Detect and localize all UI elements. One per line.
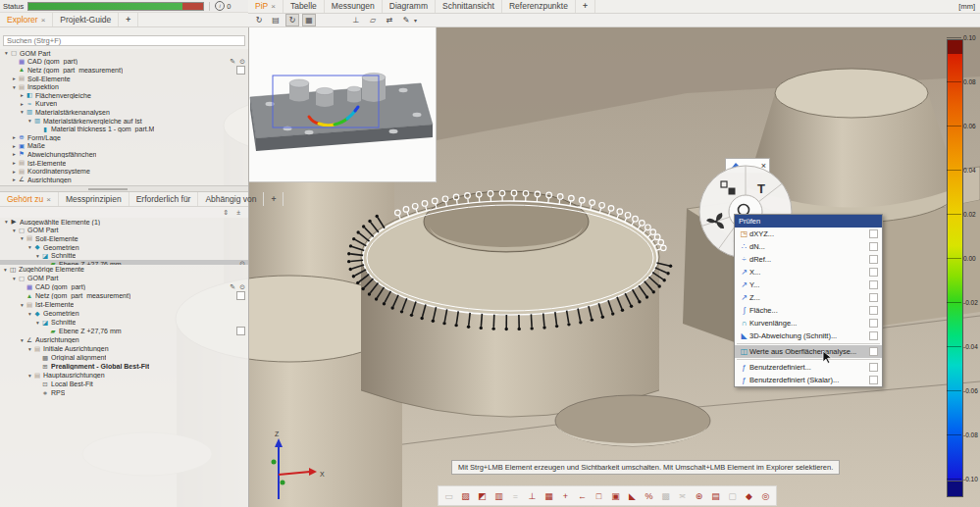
tree-item[interactable]: ▲Netz (gom_part_measurement): [0, 66, 248, 75]
tree-item[interactable]: ▾◆Geometrien: [0, 243, 248, 252]
tab-pip[interactable]: PiP×: [248, 0, 284, 13]
image-icon[interactable]: ▤: [269, 14, 283, 26]
tab-messprinzipien[interactable]: Messprinzipien: [59, 192, 129, 206]
pip-view[interactable]: [248, 26, 437, 182]
add-tab-button[interactable]: +: [576, 0, 595, 13]
tool-button-6[interactable]: ⊥: [525, 488, 540, 503]
tool-button-3[interactable]: ◩: [475, 488, 490, 503]
tab-explorer[interactable]: Explorer×: [0, 13, 53, 26]
tab-referenzpunkte[interactable]: Referenzpunkte: [502, 0, 576, 13]
edit-icon[interactable]: ✎: [230, 283, 235, 291]
mirror-icon[interactable]: ⇄: [383, 14, 396, 26]
tree-item[interactable]: ▾▶Ausgewählte Elemente (1): [0, 218, 248, 227]
expand-icon[interactable]: ▸: [19, 101, 26, 107]
tool-button-16[interactable]: ⊛: [692, 488, 706, 503]
radial-text-tool[interactable]: T: [757, 181, 765, 196]
tree-item[interactable]: ▾▤Soll-Elemente: [0, 234, 248, 243]
search-input[interactable]: [3, 35, 245, 46]
tab-schnittansicht[interactable]: Schnittansicht: [436, 0, 502, 13]
menu-item-checkbox[interactable]: [869, 268, 878, 277]
visibility-checkbox[interactable]: [236, 327, 245, 335]
chevron-down-icon[interactable]: ▾: [414, 17, 417, 24]
tab-abhängig-von[interactable]: Abhängig von: [198, 192, 264, 206]
collapse-icon[interactable]: ▾: [34, 320, 41, 326]
add-tab-button[interactable]: +: [119, 13, 138, 26]
tree-item[interactable]: ▸▣Maße: [0, 142, 248, 151]
tree-item[interactable]: ▾▢GOM Part: [0, 274, 248, 282]
menu-item-3d-abweichung-schnitt[interactable]: ◣3D-Abweichung (Schnitt)...: [735, 330, 882, 342]
collapse-icon[interactable]: ▾: [26, 311, 33, 317]
visibility-checkbox[interactable]: [236, 291, 245, 300]
tab-diagramm[interactable]: Diagramm: [383, 0, 436, 13]
deviation-color-scale[interactable]: 0.100.080.060.040.020.00-0.02-0.04-0.06-…: [940, 31, 980, 504]
tab-messungen[interactable]: Messungen: [325, 0, 383, 13]
close-icon[interactable]: ×: [271, 2, 276, 11]
collapse-icon[interactable]: ▾: [19, 235, 26, 241]
tree-item[interactable]: ▮Material thickness 1 - gom_part.M: [0, 125, 248, 133]
tree-item[interactable]: ▸▤Ist-Elemente: [0, 159, 248, 168]
tree-item[interactable]: ▾▤Hauptausrichtungen: [0, 371, 248, 380]
related-elements-header[interactable]: ▾ ◫ Zugehörige Elemente: [0, 265, 248, 274]
expand-icon[interactable]: ▸: [11, 134, 18, 140]
eye-icon[interactable]: ⊙: [239, 58, 245, 66]
tool-button-13[interactable]: %: [642, 488, 656, 503]
tree-item[interactable]: ▰Ebene Z +27,76 mm: [0, 327, 248, 335]
tree-item[interactable]: ▾▢GOM Part: [0, 49, 248, 58]
info-icon[interactable]: i: [215, 1, 225, 11]
menu-item-checkbox[interactable]: [869, 255, 878, 264]
center-cylinder[interactable]: [347, 190, 672, 417]
tree-item[interactable]: ▸▤Koordinatensysteme: [0, 167, 248, 176]
tree-item[interactable]: ▾◆Geometrien: [0, 309, 248, 318]
tool-button-10[interactable]: □: [592, 488, 606, 503]
menu-item-kurvenlänge[interactable]: ∩Kurvenlänge...: [735, 317, 882, 330]
expand-icon[interactable]: ▸: [11, 160, 18, 166]
collapse-icon[interactable]: ▾: [11, 228, 18, 233]
collapse-icon[interactable]: ▾: [19, 337, 26, 343]
eye-icon[interactable]: ⊙: [239, 260, 245, 265]
menu-item-dref[interactable]: ÷dRef...: [735, 253, 882, 266]
collapse-icon[interactable]: ▾: [26, 373, 33, 379]
tree-item[interactable]: ▾▥Materialstärkenvergleiche auf Ist: [0, 117, 248, 126]
tab-gehört-zu[interactable]: Gehört zu×: [0, 192, 59, 206]
collapse-icon[interactable]: ▾: [34, 253, 41, 259]
tree-item[interactable]: ⊞Prealignment - Global Best-Fit: [0, 362, 248, 371]
tree-item[interactable]: ▾◪Schnitte: [0, 251, 248, 260]
expand-icon[interactable]: ▸: [11, 177, 18, 182]
tool-button-12[interactable]: ◣: [625, 488, 640, 503]
tree-item[interactable]: ▸⚑Abweichungsfähnchen: [0, 150, 248, 159]
tool-button-11[interactable]: ▣: [608, 488, 623, 503]
collapse-icon[interactable]: ▾: [19, 109, 26, 115]
menu-item-benutzerdefiniert-skalar[interactable]: ƒBenutzerdefiniert (Skalar)...: [735, 374, 882, 386]
tree-item[interactable]: ▩Original alignment: [0, 353, 248, 362]
menu-item-z[interactable]: ↗Z...: [735, 291, 882, 304]
close-icon[interactable]: ×: [46, 195, 51, 204]
menu-item-dxyz[interactable]: ◳dXYZ...: [735, 228, 882, 240]
edit-icon[interactable]: ✎: [230, 58, 235, 66]
menu-item-checkbox[interactable]: [869, 229, 878, 238]
expand-icon[interactable]: ▸: [11, 143, 18, 149]
tool-button-8[interactable]: +: [558, 488, 573, 503]
filled-image-icon[interactable]: ▦: [302, 14, 316, 26]
tab-tabelle[interactable]: Tabelle: [284, 0, 325, 13]
menu-item-checkbox[interactable]: [869, 242, 878, 251]
menu-item-checkbox[interactable]: [869, 319, 878, 328]
tool-button-4[interactable]: ▥: [491, 488, 506, 503]
menu-item-checkbox[interactable]: [869, 293, 878, 302]
expand-icon[interactable]: ▸: [11, 151, 18, 157]
expand-icon[interactable]: ▸: [19, 92, 26, 98]
tool-button-17[interactable]: ▤: [708, 488, 723, 503]
collapse-icon[interactable]: ▾: [26, 244, 33, 250]
close-icon[interactable]: ×: [41, 16, 46, 25]
clip-plane-icon[interactable]: ⊥: [349, 14, 363, 26]
expand-icon[interactable]: ▸: [11, 169, 18, 175]
collapse-icon[interactable]: ▾: [3, 50, 10, 56]
collapse-icon[interactable]: ▾: [3, 219, 10, 225]
menu-item-werte-aus-oberflächenanalyse[interactable]: ◫Werte aus Oberflächenanalyse...: [735, 345, 882, 358]
tree-item[interactable]: ▦CAD (gom_part)✎⊙: [0, 282, 248, 291]
tree-item[interactable]: ▲Netz (gom_part_measurement): [0, 291, 248, 300]
tree-item[interactable]: ▸≈Kurven: [0, 100, 248, 109]
add-tab-button[interactable]: +: [264, 192, 284, 206]
menu-item-checkbox[interactable]: [869, 347, 878, 356]
rotate-view-icon[interactable]: ↻: [252, 14, 266, 26]
tree-item[interactable]: ▾▤Inspektion: [0, 82, 248, 91]
